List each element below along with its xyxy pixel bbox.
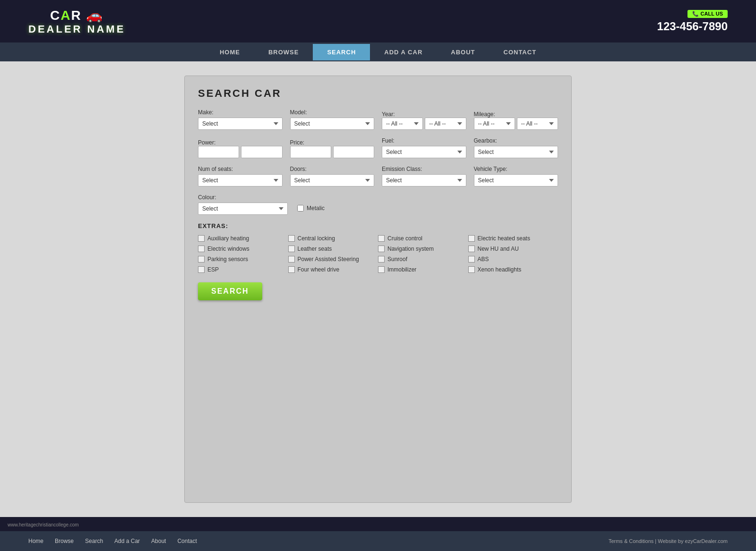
- extras-checkbox-navigation[interactable]: [378, 246, 385, 252]
- extras-checkbox-new-hu-au[interactable]: [468, 246, 475, 252]
- fuel-select[interactable]: Select: [382, 146, 466, 158]
- gearbox-group: Gearbox: Select: [474, 137, 558, 158]
- year-from-select[interactable]: -- All --: [382, 118, 423, 130]
- extras-item-cruise-control[interactable]: Cruise control: [378, 235, 468, 242]
- footer-nav-about[interactable]: About: [151, 538, 166, 544]
- nav-home[interactable]: HOME: [206, 44, 254, 60]
- price-min-input[interactable]: [290, 146, 331, 158]
- year-label: Year:: [382, 111, 466, 118]
- extras-checkbox-esp[interactable]: [198, 266, 205, 273]
- year-to-select[interactable]: -- All --: [425, 118, 466, 130]
- nav-add-car[interactable]: ADD A CAR: [370, 44, 437, 60]
- logo-car-text: CAR 🚗: [50, 8, 103, 23]
- doors-group: Doors: Select: [290, 166, 375, 186]
- vehicle-type-group: Vehicle Type: Select: [474, 166, 558, 186]
- extras-item-leather-seats[interactable]: Leather seats: [288, 246, 378, 252]
- nav-search[interactable]: SEARCH: [313, 44, 370, 60]
- extras-item-central-locking[interactable]: Central locking: [288, 235, 378, 242]
- extras-item-four-wheel-drive[interactable]: Four wheel drive: [288, 266, 378, 273]
- extras-checkbox-electric-windows[interactable]: [198, 246, 205, 252]
- extras-label-electric-windows: Electric windows: [207, 246, 249, 252]
- form-row-3: Num of seats: Select Doors: Select Emiss…: [198, 166, 558, 186]
- colour-group: Colour: Select: [198, 194, 288, 215]
- num-seats-group: Num of seats: Select: [198, 166, 283, 186]
- colour-select[interactable]: Select: [198, 203, 288, 215]
- mileage-group: Mileage: -- All -- -- All --: [474, 111, 558, 130]
- extras-label-esp: ESP: [207, 266, 219, 273]
- power-min-input[interactable]: [198, 146, 239, 158]
- extras-checkbox-immobilizer[interactable]: [378, 266, 385, 273]
- extras-label-new-hu-au: New HU and AU: [478, 246, 519, 252]
- logo-dealer-name: DEALER NAME: [28, 23, 125, 35]
- footer-nav-contact[interactable]: Contact: [177, 538, 197, 544]
- header: CAR 🚗 DEALER NAME 📞 CALL US 123-456-7890: [0, 0, 756, 42]
- metalic-checkbox[interactable]: [297, 205, 304, 212]
- extras-item-xenon[interactable]: Xenon headlights: [468, 266, 558, 273]
- doors-select[interactable]: Select: [290, 174, 375, 186]
- fuel-group: Fuel: Select: [382, 137, 466, 158]
- extras-item-sunroof[interactable]: Sunroof: [378, 256, 468, 263]
- extras-label-four-wheel-drive: Four wheel drive: [298, 266, 340, 273]
- search-panel: SEARCH CAR Make: Select Model: Select Ye…: [184, 76, 572, 503]
- extras-checkbox-four-wheel-drive[interactable]: [288, 266, 295, 273]
- extras-item-abs[interactable]: ABS: [468, 256, 558, 263]
- extras-item-esp[interactable]: ESP: [198, 266, 288, 273]
- extras-checkbox-sunroof[interactable]: [378, 256, 385, 263]
- emission-select[interactable]: Select: [382, 174, 466, 186]
- make-select[interactable]: Select: [198, 118, 283, 130]
- form-row-1: Make: Select Model: Select Year: -- All …: [198, 109, 558, 130]
- price-max-input[interactable]: [333, 146, 374, 158]
- gearbox-label: Gearbox:: [474, 137, 558, 144]
- extras-checkbox-electric-heated-seats[interactable]: [468, 235, 475, 242]
- extras-checkbox-central-locking[interactable]: [288, 235, 295, 242]
- model-select[interactable]: Select: [290, 118, 375, 130]
- extras-item-auxiliary-heating[interactable]: Auxiliary heating: [198, 235, 288, 242]
- extras-label-immobilizer: Immobilizer: [387, 266, 416, 273]
- extras-item-electric-windows[interactable]: Electric windows: [198, 246, 288, 252]
- footer-nav: Home Browse Search Add a Car About Conta…: [28, 538, 197, 544]
- main-nav: HOME BROWSE SEARCH ADD A CAR ABOUT CONTA…: [0, 42, 756, 61]
- footer-nav-browse[interactable]: Browse: [55, 538, 74, 544]
- extras-item-new-hu-au[interactable]: New HU and AU: [468, 246, 558, 252]
- extras-checkbox-parking-sensors[interactable]: [198, 256, 205, 263]
- vehicle-type-select[interactable]: Select: [474, 174, 558, 186]
- extras-checkbox-auxiliary-heating[interactable]: [198, 235, 205, 242]
- power-max-input[interactable]: [241, 146, 282, 158]
- num-seats-label: Num of seats:: [198, 166, 283, 172]
- extras-item-electric-heated-seats[interactable]: Electric heated seats: [468, 235, 558, 242]
- extras-checkbox-power-steering[interactable]: [288, 256, 295, 263]
- footer-nav-home[interactable]: Home: [28, 538, 43, 544]
- extras-label-central-locking: Central locking: [298, 235, 335, 242]
- footer-legal: Terms & Conditions | Website by ezyCarDe…: [609, 538, 728, 544]
- year-selects: -- All -- -- All --: [382, 118, 466, 130]
- search-button[interactable]: SEARCH: [198, 282, 262, 300]
- search-panel-title: SEARCH CAR: [198, 87, 558, 100]
- price-group: Price:: [290, 139, 375, 158]
- nav-browse[interactable]: BROWSE: [254, 44, 313, 60]
- nav-contact[interactable]: CONTACT: [490, 44, 551, 60]
- car-icon: 🚗: [86, 8, 103, 23]
- doors-label: Doors:: [290, 166, 375, 172]
- gearbox-select[interactable]: Select: [474, 146, 558, 158]
- extras-label-sunroof: Sunroof: [387, 256, 407, 263]
- extras-checkbox-cruise-control[interactable]: [378, 235, 385, 242]
- metalic-label[interactable]: Metalic: [297, 205, 325, 212]
- extras-item-navigation[interactable]: Navigation system: [378, 246, 468, 252]
- footer-nav-search[interactable]: Search: [85, 538, 103, 544]
- extras-label-xenon: Xenon headlights: [478, 266, 522, 273]
- mileage-from-select[interactable]: -- All --: [474, 118, 515, 130]
- model-label: Model:: [290, 109, 375, 116]
- extras-item-power-steering[interactable]: Power Assisted Steering: [288, 256, 378, 263]
- extras-checkbox-leather-seats[interactable]: [288, 246, 295, 252]
- extras-item-parking-sensors[interactable]: Parking sensors: [198, 256, 288, 263]
- num-seats-select[interactable]: Select: [198, 174, 283, 186]
- footer-nav-add-car[interactable]: Add a Car: [114, 538, 140, 544]
- call-us-badge: 📞 CALL US: [687, 10, 728, 18]
- extras-item-immobilizer[interactable]: Immobilizer: [378, 266, 468, 273]
- model-group: Model: Select: [290, 109, 375, 130]
- extras-checkbox-xenon[interactable]: [468, 266, 475, 273]
- extras-checkbox-abs[interactable]: [468, 256, 475, 263]
- make-group: Make: Select: [198, 109, 283, 130]
- nav-about[interactable]: ABOUT: [437, 44, 489, 60]
- mileage-to-select[interactable]: -- All --: [517, 118, 558, 130]
